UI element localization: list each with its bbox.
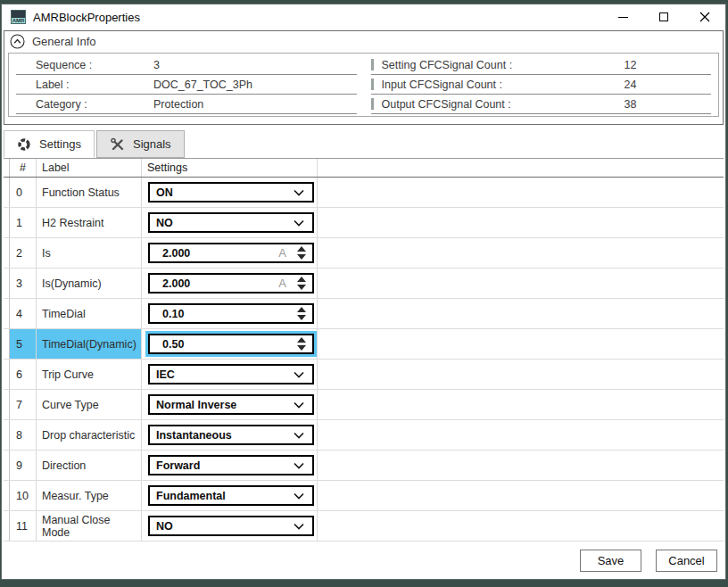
general-info-expander[interactable]: General Info	[4, 31, 723, 52]
chevron-down-icon	[294, 371, 304, 378]
table-row[interactable]: 10 Measur. Type Fundamental	[4, 481, 724, 511]
table-row[interactable]: 0 Function Status ON	[4, 178, 724, 208]
spinner-down-icon[interactable]	[297, 285, 306, 290]
table-row[interactable]: 6 Trip Curve IEC	[4, 360, 724, 390]
row-spinner[interactable]: 0.10	[148, 303, 314, 324]
table-row[interactable]: 2 Is 2.000 A	[4, 238, 724, 269]
row-settings-cell: Forward	[142, 451, 318, 480]
table-row[interactable]: 7 Curve Type Normal Inverse	[4, 390, 724, 420]
row-dropdown[interactable]: Normal Inverse	[148, 394, 314, 415]
row-label: Curve Type	[37, 390, 142, 419]
dropdown-value: NO	[156, 217, 173, 229]
row-label: Drop characteristic	[37, 420, 142, 450]
general-info-fields: Sequence : 3 Label : DOC_67_TOC_3Ph Cate…	[8, 53, 719, 117]
field-category: Category : Protection	[16, 95, 357, 114]
control-wrapper: Normal Inverse	[145, 392, 317, 418]
row-label: Measur. Type	[37, 481, 142, 510]
field-output-cfcsignal-count: Output CFCSignal Count : 38	[371, 95, 712, 114]
spinner-down-icon[interactable]	[297, 345, 306, 351]
row-dropdown[interactable]: ON	[148, 182, 314, 203]
field-value: DOC_67_TOC_3Ph	[153, 79, 252, 91]
spinner-up-icon[interactable]	[297, 337, 306, 343]
tab-settings[interactable]: Settings	[4, 130, 95, 158]
field-label: Setting CFCSignal Count :	[382, 59, 625, 71]
chevron-down-icon	[294, 432, 304, 439]
spinner-value: 0.50	[162, 338, 184, 351]
table-row[interactable]: 3 Is(Dynamic) 2.000 A	[4, 269, 724, 299]
save-button[interactable]: Save	[580, 550, 641, 572]
row-index: 6	[10, 360, 37, 389]
table-row[interactable]: 8 Drop characteristic Instantaneous	[4, 420, 724, 451]
footer: Save Cancel	[2, 542, 725, 579]
row-empty-cell	[318, 329, 724, 359]
row-label: Manual Close Mode	[37, 511, 142, 541]
window-title: AMRBlockProperties	[33, 11, 140, 24]
field-accent-bar	[371, 79, 374, 90]
minimize-button[interactable]	[602, 4, 643, 29]
row-dropdown[interactable]: NO	[148, 516, 314, 536]
row-settings-cell: 0.50	[142, 329, 318, 359]
spinner-up-icon[interactable]	[297, 277, 306, 282]
table-row[interactable]: 5 TimeDial(Dynamic) 0.50	[4, 329, 724, 360]
tab-signals[interactable]: Signals	[96, 130, 185, 158]
row-index: 5	[10, 329, 37, 359]
dropdown-value: Fundamental	[156, 490, 226, 502]
dropdown-value: Normal Inverse	[156, 399, 236, 411]
table-row[interactable]: 1 H2 Restraint NO	[4, 208, 724, 238]
row-empty-cell	[318, 420, 724, 450]
row-empty-cell	[318, 451, 724, 480]
chevron-down-icon	[294, 189, 304, 196]
row-dropdown[interactable]: Instantaneous	[148, 425, 314, 445]
row-header-strip	[4, 269, 10, 298]
field-value: 24	[625, 79, 637, 91]
column-header-index: #	[10, 159, 37, 177]
control-wrapper: Fundamental	[145, 483, 317, 508]
general-info-right-column: Setting CFCSignal Count : 12 Input CFCSi…	[364, 55, 719, 114]
maximize-button[interactable]	[643, 4, 684, 29]
row-spinner[interactable]: 2.000 A	[148, 243, 314, 263]
field-label: Sequence :	[36, 59, 153, 71]
row-spinner[interactable]: 0.50	[148, 334, 314, 354]
row-dropdown[interactable]: Forward	[148, 455, 314, 475]
spinner-up-icon[interactable]	[297, 246, 306, 252]
field-input-cfcsignal-count: Input CFCSignal Count : 24	[371, 75, 712, 95]
general-info-group: General Info Sequence : 3 Label : DOC_67…	[4, 30, 724, 125]
row-settings-cell: Fundamental	[142, 481, 318, 510]
tab-signals-label: Signals	[133, 137, 171, 151]
amr-block-properties-window: AMR AMRBlockProperties General Info Sequ…	[1, 4, 726, 580]
field-label: Label :	[36, 79, 153, 91]
row-settings-cell: Instantaneous	[142, 420, 318, 450]
row-settings-cell: 0.10	[142, 299, 318, 328]
table-row[interactable]: 4 TimeDial 0.10	[4, 299, 724, 329]
row-dropdown[interactable]: NO	[148, 212, 314, 233]
spinner-unit: A	[278, 277, 286, 290]
spinner-down-icon[interactable]	[297, 254, 306, 260]
field-value: 12	[625, 59, 637, 71]
cancel-button[interactable]: Cancel	[656, 550, 717, 572]
row-spinner[interactable]: 2.000 A	[148, 273, 314, 294]
row-empty-cell	[318, 481, 724, 510]
row-index: 4	[10, 299, 37, 328]
close-button[interactable]	[684, 4, 725, 29]
control-wrapper: Forward	[145, 452, 317, 478]
row-header-strip	[4, 451, 10, 480]
row-dropdown[interactable]: Fundamental	[148, 485, 314, 506]
spinner-down-icon[interactable]	[297, 315, 306, 320]
row-label: TimeDial(Dynamic)	[37, 329, 142, 359]
table-row[interactable]: 9 Direction Forward	[4, 451, 724, 481]
control-wrapper: 2.000 A	[145, 240, 317, 266]
control-wrapper: IEC	[145, 361, 317, 387]
control-wrapper: Instantaneous	[145, 422, 317, 448]
dropdown-value: Forward	[156, 459, 200, 472]
spinner-up-icon[interactable]	[297, 307, 306, 312]
collapse-chevron-icon	[10, 34, 25, 49]
row-empty-cell	[318, 208, 724, 237]
table-row[interactable]: 11 Manual Close Mode NO	[4, 511, 724, 542]
tools-icon	[110, 137, 125, 152]
spinner-arrows	[297, 246, 306, 260]
row-header-strip	[4, 178, 10, 207]
row-index: 1	[10, 208, 37, 237]
column-header-settings: Settings	[142, 159, 318, 177]
spinner-arrows	[297, 307, 306, 320]
row-dropdown[interactable]: IEC	[148, 364, 314, 384]
